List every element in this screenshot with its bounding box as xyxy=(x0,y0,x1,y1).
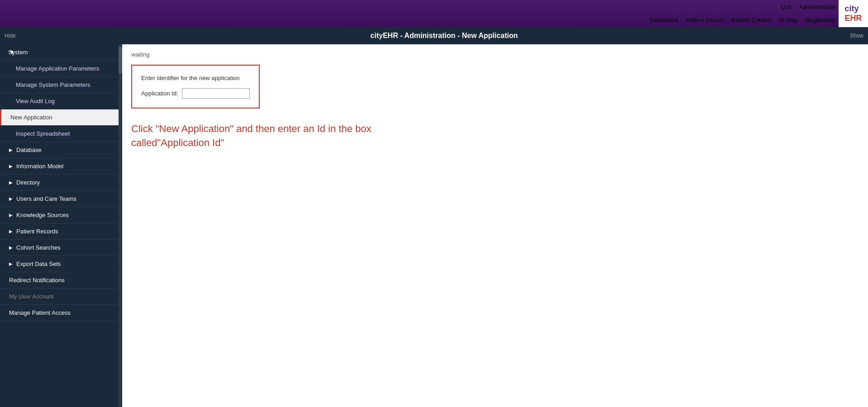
main-layout: ▼ System Manage Application Parameters M… xyxy=(0,44,868,407)
sidebar-item-redirect-notifications[interactable]: Redirect Notifications xyxy=(0,272,122,289)
instruction-text: Click "New Application" and then enter a… xyxy=(131,122,425,150)
form-row: Application Id: xyxy=(141,88,250,99)
second-header: Hide cityEHR - Administration - New Appl… xyxy=(0,27,868,44)
sidebar-item-directory[interactable]: ▶ Directory xyxy=(0,175,122,191)
logo-ehr: EHR xyxy=(844,14,862,23)
form-description: Enter identifier for the new application xyxy=(141,75,250,81)
sidebar-item-manage-patient-access[interactable]: Manage Patient Access xyxy=(0,305,122,321)
knowledge-sources-arrow-icon: ▶ xyxy=(9,213,13,218)
administration-link[interactable]: Administration xyxy=(799,4,836,10)
sidebar-item-information-model[interactable]: ▶ Information Model xyxy=(0,158,122,175)
registration-link[interactable]: Registration xyxy=(805,17,836,24)
users-care-teams-arrow-icon: ▶ xyxy=(9,196,13,201)
sidebar-item-export-data-sets[interactable]: ▶ Export Data Sets xyxy=(0,256,122,272)
cohort-searches-arrow-icon: ▶ xyxy=(9,245,13,250)
dashboard-link[interactable]: Dashboard xyxy=(649,17,678,24)
status-text: waiting xyxy=(131,51,859,58)
show-button[interactable]: Show xyxy=(850,33,863,39)
sidebar-item-view-audit-log[interactable]: View Audit Log xyxy=(0,93,122,109)
sidebar-section-system[interactable]: ▼ System xyxy=(0,44,122,61)
information-model-arrow-icon: ▶ xyxy=(9,164,13,169)
patient-records-arrow-icon: ▶ xyxy=(9,229,13,234)
patient-cohorts-link[interactable]: Patient Cohorts xyxy=(731,17,772,24)
sidebar-item-my-user-account[interactable]: My User Account xyxy=(0,289,122,305)
hide-button[interactable]: Hide xyxy=(5,33,16,39)
sidebar-item-inspect-spreadsheet[interactable]: Inspect Spreadsheet xyxy=(0,126,122,142)
sidebar-item-manage-app-params[interactable]: Manage Application Parameters xyxy=(0,61,122,77)
instruction-line2: called"Application Id" xyxy=(131,137,224,148)
page-title: cityEHR - Administration - New Applicati… xyxy=(20,32,868,40)
top-header: Quit Administration Dashboard Patient Se… xyxy=(0,0,868,27)
sidebar-scrollbar-thumb[interactable] xyxy=(119,47,122,74)
database-arrow-icon: ▶ xyxy=(9,147,13,152)
export-data-sets-arrow-icon: ▶ xyxy=(9,261,13,266)
patient-search-link[interactable]: Patient Search xyxy=(686,17,724,24)
in-tray-link[interactable]: In-Tray xyxy=(779,17,798,24)
sidebar-item-new-application[interactable]: New Application xyxy=(0,109,122,126)
application-form-box: Enter identifier for the new application… xyxy=(131,65,260,109)
sidebar-item-manage-system-params[interactable]: Manage System Parameters xyxy=(0,77,122,93)
application-id-input[interactable] xyxy=(182,88,250,99)
instruction-line1: Click "New Application" and then enter a… xyxy=(131,123,372,134)
logo-city: city xyxy=(844,4,858,13)
sidebar-item-cohort-searches[interactable]: ▶ Cohort Searches xyxy=(0,240,122,256)
system-section-label: System xyxy=(8,49,28,56)
directory-arrow-icon: ▶ xyxy=(9,180,13,185)
sidebar-scrollbar[interactable] xyxy=(119,44,122,407)
application-id-label: Application Id: xyxy=(141,90,178,97)
app-logo: city EHR xyxy=(839,0,868,27)
content-area: waiting Enter identifier for the new app… xyxy=(122,44,868,407)
sidebar-item-patient-records[interactable]: ▶ Patient Records xyxy=(0,223,122,240)
sidebar: ▼ System Manage Application Parameters M… xyxy=(0,44,122,407)
sidebar-item-knowledge-sources[interactable]: ▶ Knowledge Sources xyxy=(0,207,122,223)
sidebar-item-database[interactable]: ▶ Database xyxy=(0,142,122,158)
quit-link[interactable]: Quit xyxy=(781,4,792,10)
sidebar-item-users-care-teams[interactable]: ▶ Users and Care Teams xyxy=(0,191,122,207)
